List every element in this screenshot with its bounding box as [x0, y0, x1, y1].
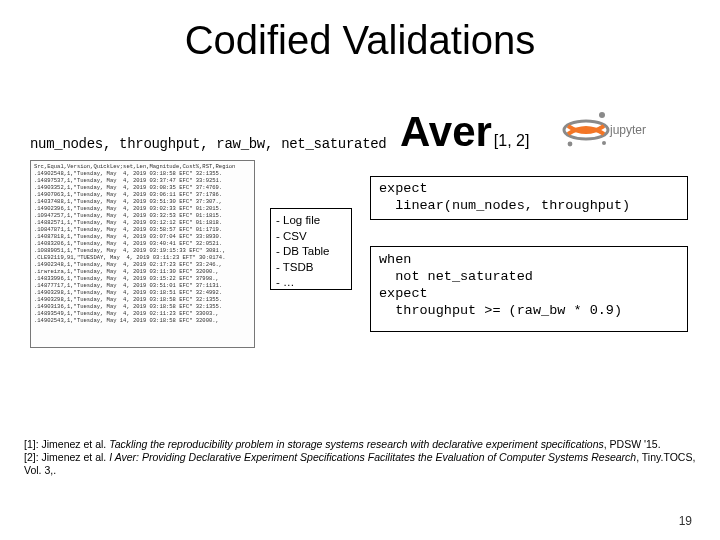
slide: Codified Validations num_nodes, throughp…	[0, 0, 720, 540]
page-number: 19	[679, 514, 692, 528]
aver-heading: Aver[1, 2]	[400, 108, 529, 156]
references: [1]: Jimenez et al. Tackling the reprodu…	[24, 438, 696, 477]
schema-line: num_nodes, throughput, raw_bw, net_satur…	[30, 136, 386, 152]
aver-cite: [1, 2]	[494, 132, 530, 150]
reference-1: [1]: Jimenez et al. Tackling the reprodu…	[24, 438, 696, 451]
jupyter-logo: jupyter	[558, 104, 648, 156]
ref1-prefix: [1]: Jimenez et al.	[24, 438, 109, 450]
page-title: Codified Validations	[0, 0, 720, 63]
log-sample-text: Src,Equal,Version,QuickLev;set,Len,Magni…	[31, 161, 254, 326]
source-item: - DB Table	[276, 244, 346, 260]
reference-2: [2]: Jimenez et al. I Aver: Providing De…	[24, 451, 696, 477]
svg-point-3	[602, 141, 606, 145]
jupyter-label: jupyter	[610, 123, 646, 137]
source-item: - Log file	[276, 213, 346, 229]
code-block-expect-linear: expect linear(num_nodes, throughput)	[370, 176, 688, 220]
source-item: - CSV	[276, 229, 346, 245]
ref1-suffix: , PDSW '15.	[604, 438, 661, 450]
svg-point-2	[568, 142, 573, 147]
ref2-title: I Aver: Providing Declarative Experiment…	[109, 451, 636, 463]
svg-point-1	[599, 112, 605, 118]
ref2-prefix: [2]: Jimenez et al.	[24, 451, 109, 463]
aver-name: Aver	[400, 108, 492, 156]
sources-box: - Log file - CSV - DB Table - TSDB - …	[270, 208, 352, 290]
ref1-title: Tackling the reproducibility problem in …	[109, 438, 604, 450]
source-item: - TSDB	[276, 260, 346, 276]
log-sample-image: Src,Equal,Version,QuickLev;set,Len,Magni…	[30, 160, 255, 348]
code-block-when-expect: when not net_saturated expect throughput…	[370, 246, 688, 332]
source-item: - …	[276, 275, 346, 291]
